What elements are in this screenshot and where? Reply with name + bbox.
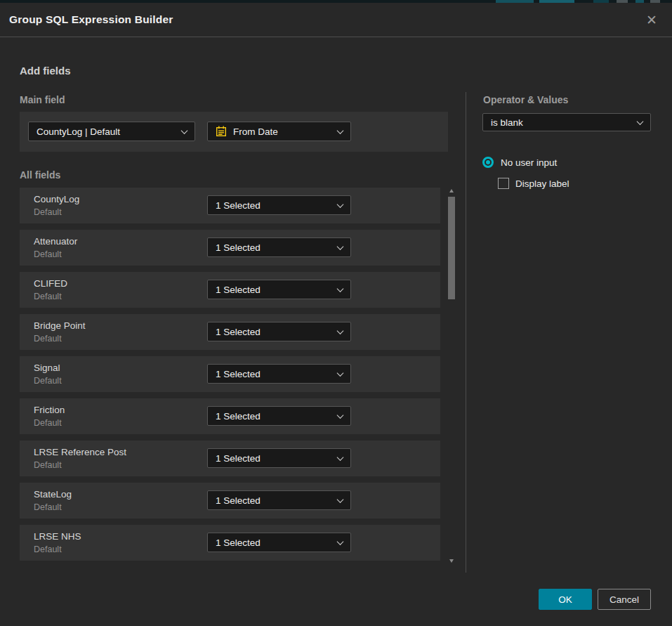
field-row: Signal Default 1 Selected xyxy=(20,356,440,392)
field-selection-select[interactable]: 1 Selected xyxy=(207,195,351,215)
main-field-label: Main field xyxy=(20,94,65,105)
display-label-option: Display label xyxy=(498,178,569,189)
field-name: Bridge Point xyxy=(34,320,86,331)
field-selection-value: 1 Selected xyxy=(216,285,261,295)
no-user-input-option: No user input xyxy=(482,157,557,168)
field-sublabel: Default xyxy=(34,376,62,386)
layer-select-value: CountyLog | Default xyxy=(37,126,120,137)
field-sublabel: Default xyxy=(34,460,62,470)
field-name: LRSE Reference Post xyxy=(34,447,126,457)
field-name: Signal xyxy=(34,363,60,373)
no-user-input-label: No user input xyxy=(501,157,557,168)
chevron-down-icon xyxy=(337,327,344,334)
field-row: LRSE NHS Default 1 Selected xyxy=(20,525,440,561)
add-fields-heading: Add fields xyxy=(20,65,71,77)
field-sublabel: Default xyxy=(34,249,62,259)
field-row: LRSE Reference Post Default 1 Selected xyxy=(20,441,440,476)
chevron-down-icon xyxy=(337,243,344,250)
field-name: CountyLog xyxy=(34,194,79,204)
field-selection-value: 1 Selected xyxy=(216,453,261,464)
chevron-down-icon xyxy=(337,285,344,292)
field-selection-select[interactable]: 1 Selected xyxy=(207,280,351,299)
field-name: Attenuator xyxy=(34,236,77,247)
ok-button[interactable]: OK xyxy=(539,589,592,610)
operator-select-value: is blank xyxy=(491,117,523,128)
field-selection-value: 1 Selected xyxy=(216,200,261,211)
scrollbar-down-icon[interactable] xyxy=(449,559,454,563)
field-row: Friction Default 1 Selected xyxy=(20,398,440,434)
field-selection-value: 1 Selected xyxy=(216,537,261,548)
field-row: Attenuator Default 1 Selected xyxy=(20,230,440,266)
scrollbar-up-icon[interactable] xyxy=(449,189,454,193)
field-selection-select[interactable]: 1 Selected xyxy=(207,533,351,552)
main-field-layer-select[interactable]: CountyLog | Default xyxy=(28,122,195,141)
group-sql-expression-builder-dialog: Group SQL Expression Builder ✕ Add field… xyxy=(0,3,672,626)
chevron-down-icon xyxy=(181,127,188,134)
field-selection-value: 1 Selected xyxy=(216,327,261,337)
field-selection-select[interactable]: 1 Selected xyxy=(207,448,351,468)
field-selection-select[interactable]: 1 Selected xyxy=(207,406,351,426)
field-row: StateLog Default 1 Selected xyxy=(20,483,440,519)
chevron-down-icon xyxy=(337,201,344,208)
display-label-label: Display label xyxy=(515,178,569,189)
chevron-down-icon xyxy=(337,127,344,134)
field-selection-select[interactable]: 1 Selected xyxy=(207,364,351,384)
field-selection-select[interactable]: 1 Selected xyxy=(207,322,351,341)
chevron-down-icon xyxy=(337,412,344,419)
field-sublabel: Default xyxy=(34,207,62,217)
field-name: Friction xyxy=(34,405,65,415)
operator-select[interactable]: is blank xyxy=(482,113,651,131)
scrollbar-thumb[interactable] xyxy=(448,197,455,299)
field-selection-select[interactable]: 1 Selected xyxy=(207,237,351,257)
field-sublabel: Default xyxy=(34,334,62,344)
field-select-value: From Date xyxy=(233,126,278,137)
chevron-down-icon xyxy=(337,538,344,545)
field-sublabel: Default xyxy=(34,292,62,301)
all-fields-label: All fields xyxy=(20,169,60,181)
field-name: LRSE NHS xyxy=(34,531,81,542)
main-field-panel: CountyLog | Default From Date xyxy=(20,112,448,152)
operator-values-heading: Operator & Values xyxy=(483,94,568,105)
field-selection-value: 1 Selected xyxy=(216,369,261,379)
dialog-header: Group SQL Expression Builder ✕ xyxy=(0,3,672,37)
cancel-button[interactable]: Cancel xyxy=(598,589,651,610)
field-selection-select[interactable]: 1 Selected xyxy=(207,490,351,510)
chevron-down-icon xyxy=(637,118,644,125)
field-sublabel: Default xyxy=(34,545,62,554)
chevron-down-icon xyxy=(337,370,344,377)
close-icon[interactable]: ✕ xyxy=(641,9,662,30)
field-sublabel: Default xyxy=(34,418,62,428)
chevron-down-icon xyxy=(337,454,344,461)
display-label-checkbox[interactable] xyxy=(498,178,509,189)
field-row: CLIFED Default 1 Selected xyxy=(20,272,440,308)
fields-scrollbar[interactable] xyxy=(448,185,456,565)
chevron-down-icon xyxy=(337,496,344,503)
column-divider xyxy=(466,92,466,573)
dialog-title: Group SQL Expression Builder xyxy=(9,13,173,26)
field-selection-value: 1 Selected xyxy=(216,242,261,253)
calendar-icon xyxy=(216,126,227,137)
no-user-input-radio[interactable] xyxy=(482,157,494,168)
field-sublabel: Default xyxy=(34,502,62,512)
field-selection-value: 1 Selected xyxy=(216,495,261,506)
field-row: CountyLog Default 1 Selected xyxy=(20,188,440,223)
field-name: StateLog xyxy=(34,489,72,500)
all-fields-list: CountyLog Default 1 Selected Attenuator … xyxy=(20,188,440,567)
field-name: CLIFED xyxy=(34,278,67,289)
field-row: Bridge Point Default 1 Selected xyxy=(20,314,440,350)
main-field-field-select[interactable]: From Date xyxy=(207,122,351,141)
field-selection-value: 1 Selected xyxy=(216,411,261,422)
